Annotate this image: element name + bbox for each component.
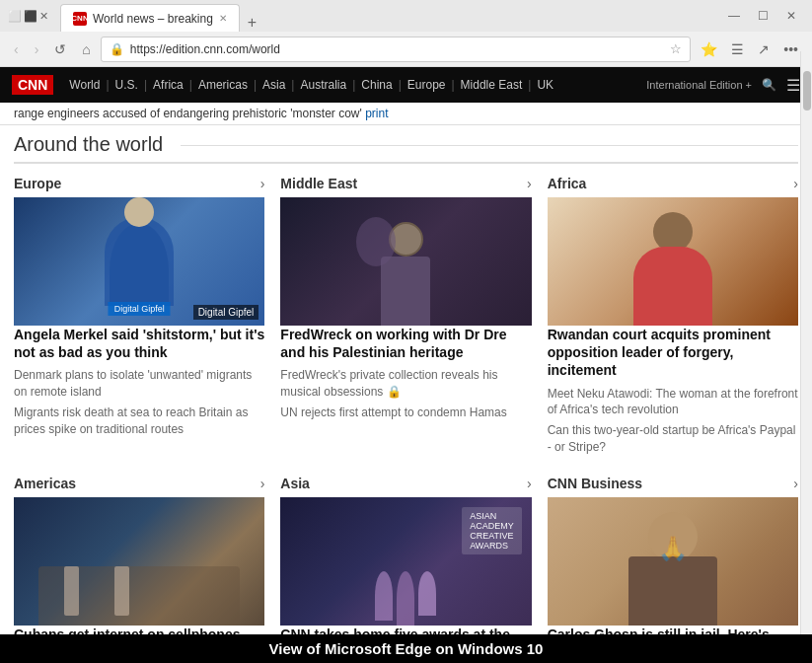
- tab-title: World news – breaking: [93, 12, 213, 26]
- region-header-americas: Americas ›: [14, 476, 264, 491]
- hub-button[interactable]: ☰: [725, 37, 750, 61]
- americas-arrow-icon[interactable]: ›: [260, 476, 265, 491]
- europe-sub1: Denmark plans to isolate 'unwanted' migr…: [14, 367, 264, 401]
- tab-favicon: CNN: [73, 12, 87, 26]
- nav-us[interactable]: U.S.: [110, 78, 144, 92]
- region-card-africa: Africa › Rwandan court acquits prominent…: [548, 176, 798, 460]
- back-button[interactable]: ‹: [8, 37, 25, 61]
- close-button[interactable]: ✕: [778, 7, 804, 25]
- mideast-headline[interactable]: FredWreck on working with Dr Dre and his…: [280, 326, 531, 361]
- nav-middle-east[interactable]: Middle East: [455, 78, 529, 92]
- europe-img-label: Digital Gipfel: [193, 305, 259, 320]
- cnn-top-nav: CNN World | U.S. | Africa | Americas | A…: [0, 67, 812, 103]
- africa-arrow-icon[interactable]: ›: [793, 176, 798, 191]
- europe-headline[interactable]: Angela Merkel said 'shitstorm,' but it's…: [14, 326, 264, 361]
- nav-right: International Edition + 🔍 ☰: [646, 76, 800, 95]
- region-card-mideast: Middle East › FredWreck on working with …: [280, 176, 531, 460]
- business-image: 🙏: [548, 497, 798, 626]
- home-button[interactable]: ⌂: [76, 37, 96, 61]
- region-name-africa: Africa: [548, 176, 587, 191]
- forward-button[interactable]: ›: [29, 37, 45, 61]
- europe-sub2: Migrants risk death at sea to reach Brit…: [14, 405, 264, 438]
- regions-grid: Europe › Digital Gipfel Angela Merkel sa…: [14, 176, 798, 663]
- refresh-button[interactable]: ↺: [48, 37, 72, 61]
- nav-china[interactable]: China: [355, 78, 398, 92]
- address-bar[interactable]: 🔒 ☆: [101, 37, 691, 62]
- breaking-text: range engineers accused of endangering p…: [14, 107, 365, 120]
- minimize-button[interactable]: —: [720, 7, 748, 25]
- mideast-sub2: UN rejects first attempt to condemn Hama…: [280, 405, 531, 421]
- bottom-bar-label: View of Microsoft Edge on Windows 10: [269, 640, 544, 657]
- region-name-americas: Americas: [14, 476, 76, 491]
- africa-image: [548, 197, 798, 326]
- section-title: Around the world: [14, 133, 798, 164]
- nav-australia[interactable]: Australia: [294, 78, 352, 92]
- breaking-bar: range engineers accused of endangering p…: [0, 103, 812, 125]
- cnn-logo: CNN: [12, 75, 53, 95]
- title-bar: ⬜ ⬛ ✕ CNN World news – breaking ✕ + — ☐ …: [0, 0, 812, 32]
- americas-image: [14, 497, 264, 626]
- asia-image: ASIANACADEMYCREATIVEAWARDS: [280, 497, 531, 626]
- region-name-mideast: Middle East: [280, 176, 357, 191]
- main-content: Around the world Europe › Digital Gipfel: [0, 125, 812, 663]
- nav-links: World | U.S. | Africa | Americas | Asia …: [63, 78, 646, 92]
- asia-arrow-icon[interactable]: ›: [527, 476, 532, 491]
- tab-close-button[interactable]: ✕: [219, 13, 227, 24]
- scrollbar[interactable]: [800, 51, 812, 663]
- share-button[interactable]: ↗: [752, 37, 775, 61]
- region-card-europe: Europe › Digital Gipfel Angela Merkel sa…: [14, 176, 264, 460]
- menu-icon[interactable]: ☰: [786, 76, 800, 95]
- region-header-business: CNN Business ›: [548, 476, 798, 491]
- new-tab-button[interactable]: +: [242, 14, 262, 32]
- address-bar-row: ‹ › ↺ ⌂ 🔒 ☆ ⭐ ☰ ↗ •••: [0, 32, 812, 67]
- nav-africa[interactable]: Africa: [147, 78, 189, 92]
- business-arrow-icon[interactable]: ›: [793, 476, 798, 491]
- bookmark-icon[interactable]: ☆: [670, 41, 682, 56]
- africa-sub2: Can this two-year-old startup be Africa'…: [548, 422, 798, 456]
- favorites-button[interactable]: ⭐: [695, 37, 723, 61]
- nav-world[interactable]: World: [63, 78, 106, 92]
- breaking-link[interactable]: print: [365, 107, 388, 120]
- toolbar-icons: ⭐ ☰ ↗ •••: [695, 37, 804, 61]
- nav-americas[interactable]: Americas: [192, 78, 254, 92]
- edition-label[interactable]: International Edition +: [646, 79, 752, 91]
- mideast-image: [280, 197, 531, 326]
- nav-europe[interactable]: Europe: [402, 78, 452, 92]
- europe-arrow-icon[interactable]: ›: [260, 176, 265, 191]
- url-input[interactable]: [130, 42, 664, 56]
- mideast-arrow-icon[interactable]: ›: [527, 176, 532, 191]
- nav-asia[interactable]: Asia: [257, 78, 291, 92]
- mideast-sub1: FredWreck's private collection reveals h…: [280, 367, 531, 401]
- region-header-europe: Europe ›: [14, 176, 264, 191]
- region-header-mideast: Middle East ›: [280, 176, 531, 191]
- region-header-asia: Asia ›: [280, 476, 531, 491]
- europe-image: Digital Gipfel: [14, 197, 264, 326]
- africa-sub1: Meet Neku Atawodi: The woman at the fore…: [548, 386, 798, 419]
- bottom-bar: View of Microsoft Edge on Windows 10: [0, 634, 812, 663]
- region-name-europe: Europe: [14, 176, 61, 191]
- maximize-button[interactable]: ☐: [750, 7, 776, 25]
- search-icon[interactable]: 🔍: [762, 78, 776, 92]
- region-header-africa: Africa ›: [548, 176, 798, 191]
- window-controls: — ☐ ✕: [720, 7, 804, 25]
- africa-headline[interactable]: Rwandan court acquits prominent oppositi…: [548, 326, 798, 380]
- active-tab[interactable]: CNN World news – breaking ✕: [60, 4, 240, 32]
- browser-window: ⬜ ⬛ ✕ CNN World news – breaking ✕ + — ☐ …: [0, 0, 812, 663]
- region-name-business: CNN Business: [548, 476, 642, 491]
- region-name-asia: Asia: [280, 476, 310, 491]
- nav-uk[interactable]: UK: [531, 78, 559, 92]
- lock-icon: 🔒: [110, 42, 124, 56]
- scroll-thumb[interactable]: [803, 71, 811, 110]
